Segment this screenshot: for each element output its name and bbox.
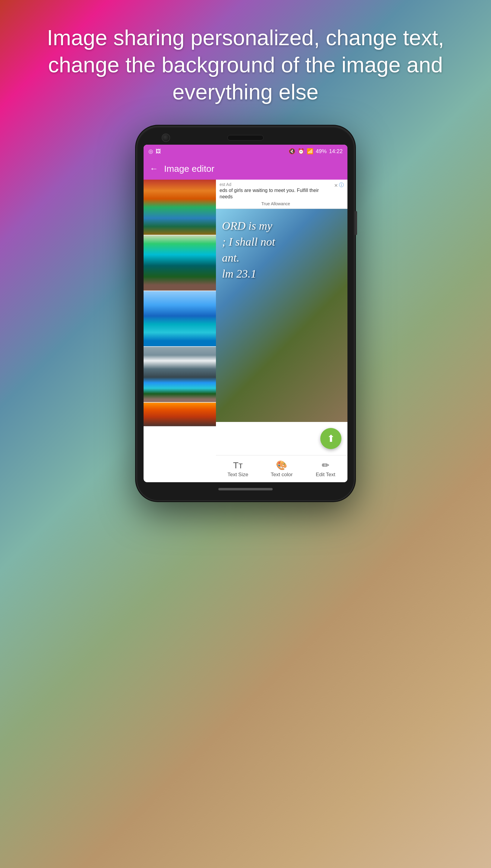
- status-bar: ◎ 🖼 🔇 ⏰ 📶 49% 14:22: [144, 145, 347, 158]
- earpiece-speaker: [227, 135, 264, 141]
- thumb-inner-3: [144, 291, 216, 346]
- ad-label-text: est Ad: [220, 182, 231, 187]
- thumbnail-1[interactable]: [144, 180, 216, 236]
- thumb-inner-2: [144, 236, 216, 290]
- status-icon-circle: ◎: [148, 148, 153, 155]
- status-icon-image: 🖼: [155, 148, 161, 155]
- text-size-label: Text Size: [227, 472, 248, 478]
- edit-text-icon: ✏: [322, 460, 329, 470]
- wifi-icon: 📶: [307, 148, 313, 155]
- share-icon: ⬆: [327, 433, 335, 444]
- headline: Image sharing personalized, change text,…: [15, 24, 476, 105]
- scripture-line-3: ant.: [222, 250, 275, 266]
- status-left-icons: ◎ 🖼: [148, 148, 161, 155]
- thumbnail-5[interactable]: [144, 403, 216, 427]
- scripture-line-1: ORD is my: [222, 218, 275, 234]
- time-label: 14:22: [329, 148, 343, 155]
- power-button: [355, 211, 357, 235]
- thumbnail-3[interactable]: [144, 291, 216, 347]
- text-size-button[interactable]: Tт Text Size: [216, 458, 260, 480]
- home-indicator[interactable]: [219, 488, 272, 490]
- ad-info-icon[interactable]: ⓘ: [339, 182, 344, 188]
- editor-area: est Ad eds of girls are waiting to meet …: [216, 180, 347, 482]
- alarm-icon: ⏰: [298, 148, 304, 155]
- phone-body: ◎ 🖼 🔇 ⏰ 📶 49% 14:22 ← Image editor: [137, 127, 354, 500]
- app-bar-title: Image editor: [164, 164, 214, 174]
- text-color-label: Text color: [271, 472, 293, 478]
- ad-close-button[interactable]: ×: [334, 182, 338, 189]
- white-area: ⬆: [216, 422, 347, 455]
- app-bar: ← Image editor: [144, 158, 347, 180]
- thumbnail-2[interactable]: [144, 236, 216, 291]
- ad-banner: est Ad eds of girls are waiting to meet …: [216, 180, 347, 209]
- text-color-icon: 🎨: [276, 460, 287, 470]
- ad-label: est Ad: [220, 182, 332, 187]
- scripture-overlay: ORD is my ; I shall not ant. lm 23.1: [222, 218, 275, 282]
- phone-top-bar: [144, 135, 347, 141]
- text-size-icon: Tт: [233, 460, 243, 470]
- thumbnail-4[interactable]: [144, 347, 216, 403]
- thumb-inner-4: [144, 347, 216, 402]
- edit-text-label: Edit Text: [316, 472, 336, 478]
- phone-bottom-bar: [144, 487, 347, 492]
- text-color-button[interactable]: 🎨 Text color: [260, 458, 304, 480]
- image-list: [144, 180, 216, 482]
- battery-label: 49%: [316, 148, 327, 155]
- ad-content: est Ad eds of girls are waiting to meet …: [220, 182, 332, 206]
- scripture-line-4: lm 23.1: [222, 266, 275, 282]
- image-preview: ORD is my ; I shall not ant. lm 23.1: [216, 209, 347, 422]
- thumb-inner-5: [144, 403, 216, 426]
- bottom-toolbar: Tт Text Size 🎨 Text color ✏ Edit Text: [216, 455, 347, 482]
- phone-mockup: ◎ 🖼 🔇 ⏰ 📶 49% 14:22 ← Image editor: [137, 127, 354, 500]
- scripture-line-2: ; I shall not: [222, 234, 275, 250]
- thumb-inner-1: [144, 180, 216, 235]
- back-button[interactable]: ←: [150, 164, 158, 174]
- ad-source: True Allowance: [220, 201, 332, 206]
- ad-text[interactable]: eds of girls are waiting to meet you. Fu…: [220, 187, 332, 200]
- status-right-info: 🔇 ⏰ 📶 49% 14:22: [289, 148, 343, 155]
- mute-icon: 🔇: [289, 148, 295, 155]
- share-fab[interactable]: ⬆: [320, 428, 341, 449]
- front-camera: [162, 133, 170, 142]
- edit-text-button[interactable]: ✏ Edit Text: [304, 458, 347, 480]
- content-area: est Ad eds of girls are waiting to meet …: [144, 180, 347, 482]
- phone-screen: ◎ 🖼 🔇 ⏰ 📶 49% 14:22 ← Image editor: [144, 145, 347, 482]
